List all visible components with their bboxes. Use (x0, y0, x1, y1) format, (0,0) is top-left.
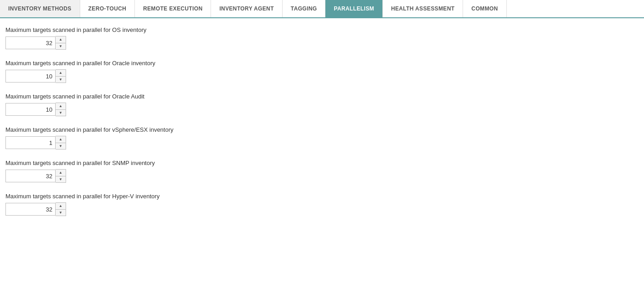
spinner-up-oracle-inventory[interactable]: ▲ (56, 70, 66, 76)
spinner-buttons-hyper-v: ▲▼ (56, 202, 66, 216)
field-label-oracle-inventory: Maximum targets scanned in parallel for … (5, 60, 639, 67)
spinner-wrapper-hyper-v: ▲▼ (5, 202, 639, 216)
spinner-down-oracle-audit[interactable]: ▼ (56, 109, 66, 116)
spinner-down-hyper-v[interactable]: ▼ (56, 209, 66, 216)
spinner-buttons-oracle-audit: ▲▼ (56, 103, 66, 116)
spinner-up-os-inventory[interactable]: ▲ (56, 36, 66, 43)
tab-health-assessment[interactable]: HEALTH ASSESSMENT (383, 0, 463, 17)
spinner-buttons-snmp-inventory: ▲▼ (56, 169, 66, 183)
spinner-input-oracle-inventory[interactable] (5, 70, 56, 83)
tab-inventory-methods[interactable]: INVENTORY METHODS (0, 0, 80, 17)
spinner-input-vsphere-esx[interactable] (5, 136, 56, 149)
spinner-input-oracle-audit[interactable] (5, 103, 56, 116)
spinner-buttons-oracle-inventory: ▲▼ (56, 69, 66, 83)
spinner-input-hyper-v[interactable] (5, 203, 56, 216)
field-group-oracle-inventory: Maximum targets scanned in parallel for … (5, 60, 639, 83)
spinner-wrapper-vsphere-esx: ▲▼ (5, 136, 639, 150)
field-group-hyper-v: Maximum targets scanned in parallel for … (5, 193, 639, 216)
spinner-input-os-inventory[interactable] (5, 36, 56, 49)
field-label-os-inventory: Maximum targets scanned in parallel for … (5, 26, 639, 33)
spinner-wrapper-os-inventory: ▲▼ (5, 36, 639, 50)
spinner-wrapper-snmp-inventory: ▲▼ (5, 169, 639, 183)
spinner-down-os-inventory[interactable]: ▼ (56, 43, 66, 49)
tab-tagging[interactable]: TAGGING (283, 0, 326, 17)
spinner-down-oracle-inventory[interactable]: ▼ (56, 76, 66, 83)
spinner-buttons-os-inventory: ▲▼ (56, 36, 66, 50)
spinner-down-snmp-inventory[interactable]: ▼ (56, 176, 66, 182)
field-label-oracle-audit: Maximum targets scanned in parallel for … (5, 93, 639, 100)
spinner-wrapper-oracle-inventory: ▲▼ (5, 69, 639, 83)
spinner-down-vsphere-esx[interactable]: ▼ (56, 143, 66, 149)
tab-zero-touch[interactable]: ZERO-TOUCH (80, 0, 135, 17)
tab-common[interactable]: COMMON (463, 0, 506, 17)
spinner-up-oracle-audit[interactable]: ▲ (56, 103, 66, 109)
tabs-bar: INVENTORY METHODSZERO-TOUCHREMOTE EXECUT… (0, 0, 644, 18)
field-group-snmp-inventory: Maximum targets scanned in parallel for … (5, 160, 639, 183)
spinner-wrapper-oracle-audit: ▲▼ (5, 103, 639, 116)
spinner-up-hyper-v[interactable]: ▲ (56, 203, 66, 209)
tab-inventory-agent[interactable]: INVENTORY AGENT (211, 0, 282, 17)
field-group-os-inventory: Maximum targets scanned in parallel for … (5, 26, 639, 50)
content-area: Maximum targets scanned in parallel for … (0, 18, 644, 234)
field-group-vsphere-esx: Maximum targets scanned in parallel for … (5, 126, 639, 150)
tab-remote-execution[interactable]: REMOTE EXECUTION (135, 0, 211, 17)
field-label-snmp-inventory: Maximum targets scanned in parallel for … (5, 160, 639, 166)
spinner-up-vsphere-esx[interactable]: ▲ (56, 136, 66, 143)
field-label-vsphere-esx: Maximum targets scanned in parallel for … (5, 126, 639, 133)
field-group-oracle-audit: Maximum targets scanned in parallel for … (5, 93, 639, 116)
spinner-buttons-vsphere-esx: ▲▼ (56, 136, 66, 150)
spinner-up-snmp-inventory[interactable]: ▲ (56, 170, 66, 176)
tab-parallelism[interactable]: PARALLELISM (325, 0, 382, 17)
spinner-input-snmp-inventory[interactable] (5, 170, 56, 182)
field-label-hyper-v: Maximum targets scanned in parallel for … (5, 193, 639, 200)
